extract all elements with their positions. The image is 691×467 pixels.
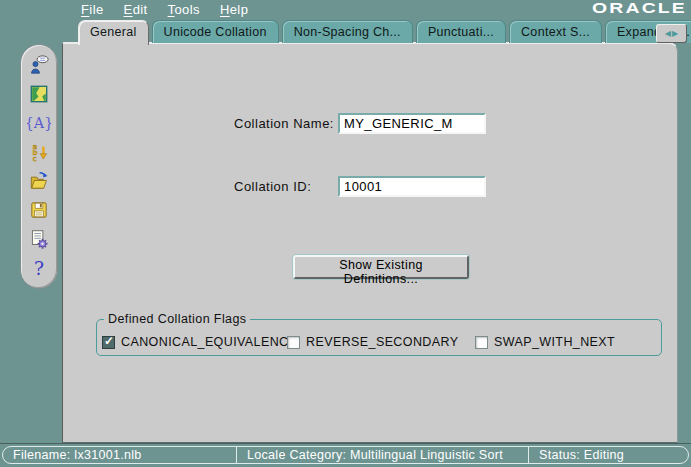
question-mark-icon: ? bbox=[28, 257, 50, 279]
svg-text:c: c bbox=[32, 154, 36, 163]
user-speech-icon bbox=[28, 54, 50, 76]
new-locale-button[interactable] bbox=[27, 54, 51, 76]
map-icon bbox=[28, 83, 50, 105]
collation-id-label: Collation ID: bbox=[234, 179, 311, 194]
flag-row: SWAP_WITH_NEXT bbox=[475, 335, 615, 349]
tab-content-panel: Collation Name: Collation ID: Show Exist… bbox=[62, 42, 678, 443]
save-button[interactable] bbox=[27, 199, 51, 221]
tab-punctuation[interactable]: Punctuati... bbox=[416, 20, 506, 43]
flag-row: CANONICAL_EQUIVALENCE bbox=[102, 335, 297, 349]
menu-item-file[interactable]: File bbox=[78, 1, 107, 18]
tab-non-spacing-characters[interactable]: Non-Spacing Ch... bbox=[282, 20, 413, 43]
svg-text:?: ? bbox=[34, 258, 44, 279]
swap-with-next-checkbox[interactable] bbox=[475, 336, 488, 349]
status-editing: Status: Editing bbox=[529, 447, 688, 463]
svg-text:{A}: {A} bbox=[27, 115, 51, 131]
tab-scroll-right-icon[interactable]: ▶ bbox=[672, 30, 678, 38]
status-bar: Filename: lx31001.nlb Locale Category: M… bbox=[0, 443, 691, 467]
canonical-equivalence-checkbox[interactable] bbox=[102, 336, 115, 349]
menu-item-help[interactable]: Help bbox=[217, 1, 251, 18]
locale-builder-window: File Edit Tools Help ORACLE General Unic… bbox=[0, 0, 691, 467]
braces-a-icon: {A} bbox=[27, 112, 51, 134]
open-folder-icon bbox=[28, 170, 50, 192]
reverse-secondary-checkbox[interactable] bbox=[287, 336, 300, 349]
generate-nlb-button[interactable] bbox=[27, 228, 51, 250]
abc-sort-down-icon: a b c bbox=[28, 141, 50, 163]
collation-name-label: Collation Name: bbox=[234, 116, 334, 131]
reverse-secondary-label: REVERSE_SECONDARY bbox=[306, 335, 458, 349]
flag-row: REVERSE_SECONDARY bbox=[287, 335, 458, 349]
menu-item-tools[interactable]: Tools bbox=[165, 1, 203, 18]
tab-scroll-left-icon[interactable]: ◀ bbox=[665, 30, 671, 38]
tab-scroller-button[interactable]: ◀ ▶ bbox=[656, 24, 687, 43]
tab-strip: General Unicode Collation Non-Spacing Ch… bbox=[78, 20, 691, 43]
status-locale-category: Locale Category: Multilingual Linguistic… bbox=[237, 447, 529, 463]
collation-id-input[interactable] bbox=[338, 176, 486, 197]
collation-name-input[interactable] bbox=[338, 113, 486, 134]
defined-collation-flags-group: Defined Collation Flags CANONICAL_EQUIVA… bbox=[96, 312, 662, 356]
swap-with-next-label: SWAP_WITH_NEXT bbox=[494, 335, 615, 349]
oracle-logo: ORACLE bbox=[592, 0, 687, 17]
menu-item-edit[interactable]: Edit bbox=[121, 1, 151, 18]
toolbar-sidebar: {A} a b c bbox=[20, 44, 58, 289]
floppy-disk-icon bbox=[28, 199, 50, 221]
flags-group-title: Defined Collation Flags bbox=[104, 312, 250, 326]
character-set-button[interactable]: {A} bbox=[27, 112, 51, 134]
menu-bar: File Edit Tools Help bbox=[78, 0, 251, 19]
tab-context-sensitive[interactable]: Context S... bbox=[509, 20, 602, 43]
help-button[interactable]: ? bbox=[27, 257, 51, 279]
status-filename: Filename: lx31001.nlb bbox=[3, 447, 237, 463]
status-capsule: Filename: lx31001.nlb Locale Category: M… bbox=[2, 446, 689, 464]
open-button[interactable] bbox=[27, 170, 51, 192]
locale-map-button[interactable] bbox=[27, 83, 51, 105]
document-gear-icon bbox=[28, 228, 50, 250]
tab-unicode-collation[interactable]: Unicode Collation bbox=[152, 20, 279, 43]
show-existing-definitions-button[interactable]: Show Existing Definitions... bbox=[293, 255, 469, 279]
tab-general[interactable]: General bbox=[78, 20, 149, 45]
linguistic-sort-button[interactable]: a b c bbox=[27, 141, 51, 163]
canonical-equivalence-label: CANONICAL_EQUIVALENCE bbox=[121, 335, 297, 349]
